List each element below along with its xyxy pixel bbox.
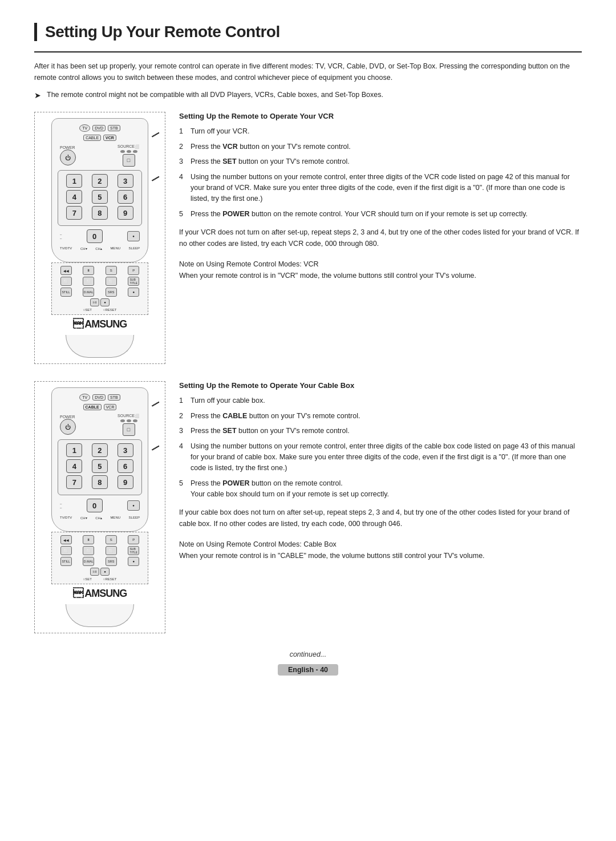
c-step-text-2: Press the CABLE button on your TV's remo… <box>191 411 582 422</box>
cable-if-not: If your cable box does not turn on after… <box>179 507 582 529</box>
c-num-1: 1 <box>66 443 82 457</box>
samsung-logo-vcr:  AMSUNG <box>51 318 148 330</box>
vcr-step-1: 1 Turn off your VCR. <box>179 126 582 137</box>
ctrl-row2-cable: ⬜ ⬜ ⬜ SUBTITLE <box>55 546 145 555</box>
source-button: □ <box>123 154 135 167</box>
sleep-label: SLEEP <box>129 246 140 250</box>
remote-outer-cable: TV DVD STB CABLE VCR POWER ⏻ <box>51 387 148 627</box>
set-reset-row-vcr: ○SET ○RESET <box>55 308 145 312</box>
menu-label: MENU <box>110 246 120 250</box>
vcr-step-3: 3 Press the SET button on your TV's remo… <box>179 156 582 167</box>
power-label: POWER <box>60 145 76 149</box>
c-step-num-5: 5 <box>179 478 186 489</box>
ctrl-row1-cable: ◀◀ ⏸ S P <box>55 535 145 544</box>
arrow-icon: ➤ <box>34 89 41 102</box>
ctrl-section-cable: ◀◀ ⏸ S P ⬜ ⬜ ⬜ SUBTITLE STILL D.MAL <box>51 532 148 584</box>
idx-btn: I·II <box>90 298 99 306</box>
arrow1-vcr: ⟋ <box>148 127 162 143</box>
vcr-section-title: Setting Up the Remote to Operate Your VC… <box>179 112 582 120</box>
vcr-btn: VCR <box>103 135 116 141</box>
stb-btn-c: STB <box>108 394 120 401</box>
step-num-2: 2 <box>179 141 186 152</box>
c-still-btn: STILL <box>60 557 72 566</box>
c-num-4: 4 <box>66 459 82 473</box>
vcr-note: Note on Using Remote Control Modes: VCR … <box>179 258 582 281</box>
vcr-step-2: 2 Press the VCR button on your TV's remo… <box>179 141 582 152</box>
c-eb1-btn: ⬜ <box>60 546 72 555</box>
note-line: ➤ The remote control might not be compat… <box>34 89 582 102</box>
c-step-num-2: 2 <box>179 411 186 422</box>
arrow1-cable: ⟋ <box>148 397 162 412</box>
c-num-0: 0 <box>87 499 103 512</box>
num-4: 4 <box>66 190 82 204</box>
side-labels-left: –– <box>60 233 62 240</box>
smode-btn: S <box>106 266 117 275</box>
c-set-label: ○SET <box>83 577 92 581</box>
mode-row-vcr: TV DVD STB <box>58 124 142 132</box>
step-text-2: Press the VCR button on your TV's remote… <box>191 141 582 152</box>
vcr-if-not: If your VCR does not turn on after set-u… <box>179 227 582 249</box>
cable-btn: CABLE <box>83 135 101 141</box>
power-row-cable: POWER ⏻ SOURCE⬜ □ <box>58 414 142 436</box>
bottom-text-vcr: TV/DTV CH▾ CH▴ MENU SLEEP <box>58 246 142 250</box>
side-labels-left-c: –– <box>60 502 62 510</box>
source-label-c: SOURCE⬜ <box>117 414 140 418</box>
mode-row2-vcr: CABLE VCR <box>58 135 142 141</box>
eb1-btn: ⬜ <box>60 277 72 286</box>
page-title: Setting Up Your Remote Control <box>45 23 582 41</box>
c-pause-btn: ⏸ <box>83 535 94 544</box>
c-num-6: 6 <box>117 459 133 473</box>
vcr-step-4: 4 Using the number buttons on your remot… <box>179 172 582 205</box>
ctrl-row4-vcr: I·II ● <box>55 298 145 306</box>
step-num-5: 5 <box>179 209 186 220</box>
vcr-note-title: Note on Using Remote Control Modes: VCR <box>179 260 319 268</box>
cable-step-5: 5 Press the POWER button on the remote c… <box>179 478 582 500</box>
srs-btn: SRS <box>106 288 117 297</box>
cable-step-1: 1 Turn off your cable box. <box>179 395 582 406</box>
instructions-col-cable: Setting Up the Remote to Operate Your Ca… <box>179 381 582 633</box>
continued-text: continued... <box>34 650 582 658</box>
remote-col-cable: TV DVD STB CABLE VCR POWER ⏻ <box>34 381 165 633</box>
rew-btn: ◀◀ <box>60 266 72 275</box>
remote-bottom-cable <box>66 604 134 627</box>
ctrl-row3-vcr: STILL D.MAL SRS ● <box>55 288 145 297</box>
ctrl-row3-cable: STILL D.MAL SRS ● <box>55 557 145 566</box>
c-step-text-3: Press the SET button on your TV's remote… <box>191 426 582 436</box>
num-3: 3 <box>117 174 133 188</box>
num-9: 9 <box>117 206 133 220</box>
c-ch-label: CH▾ <box>80 516 87 520</box>
tv-btn: TV <box>79 124 90 132</box>
tvdtv-label: TV/DTV <box>60 246 72 250</box>
power-label-c: POWER <box>60 415 76 419</box>
c-step-num-4: 4 <box>179 441 186 452</box>
ctrl-row1-vcr: ◀◀ ⏸ S P <box>55 266 145 275</box>
remote-wrapper-vcr: TV DVD STB CABLE VCR POWER ⏻ <box>34 112 165 364</box>
c-menu-label: MENU <box>110 516 120 520</box>
c-step-text-4: Using the number buttons on your remote … <box>191 441 582 474</box>
num-1: 1 <box>66 174 82 188</box>
set-reset-row-cable: ○SET ○RESET <box>55 577 145 581</box>
cable-step-4: 4 Using the number buttons on your remot… <box>179 441 582 474</box>
reset-label: ○RESET <box>103 308 117 312</box>
num-0: 0 <box>87 229 103 243</box>
arrow2-cable: ⟋ <box>148 440 162 456</box>
ctrl-row4-cable: I·II ● <box>55 568 145 576</box>
c-step-num-3: 3 <box>179 426 186 436</box>
c-step-text-5: Press the POWER button on the remote con… <box>191 478 582 500</box>
dmal-btn: D.MAL <box>83 288 94 297</box>
step-text-1: Turn off your VCR. <box>191 126 582 137</box>
page-footer: English - 40 <box>34 664 582 676</box>
c-rec-btn: ● <box>127 500 140 511</box>
c-step-num-1: 1 <box>179 395 186 406</box>
c-tvdtv-label: TV/DTV <box>60 516 72 520</box>
remote-outer-vcr: TV DVD STB CABLE VCR POWER ⏻ <box>51 118 148 358</box>
num-7: 7 <box>66 206 82 220</box>
step-num-3: 3 <box>179 156 186 167</box>
ctrl-row2-vcr: ⬜ ⬜ ⬜ SUBTITLE <box>55 277 145 286</box>
ctrl-section-vcr: ◀◀ ⏸ S P ⬜ ⬜ ⬜ SUBTITLE STILL D.MAL <box>51 262 148 315</box>
cable-section: TV DVD STB CABLE VCR POWER ⏻ <box>34 381 582 633</box>
power-row-vcr: POWER ⏻ SOURCE⬜ □ <box>58 144 142 167</box>
c-ch-up-label: CH▴ <box>95 516 102 520</box>
cable-step-3: 3 Press the SET button on your TV's remo… <box>179 426 582 436</box>
samsung-text-cable:  AMSUNG <box>73 588 127 599</box>
